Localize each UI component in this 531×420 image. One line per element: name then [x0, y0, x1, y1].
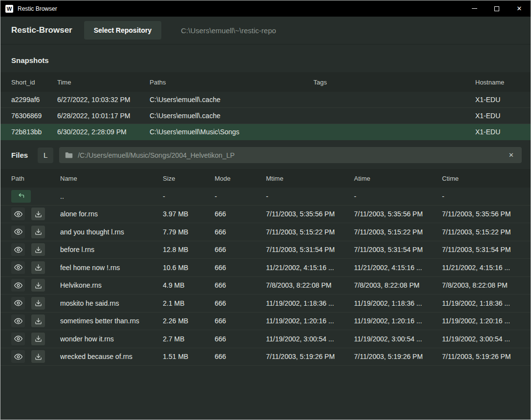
file-atime: 11/19/2002, 1:18:36 ...	[354, 299, 442, 307]
snapshot-short-id: a2299af6	[11, 96, 57, 104]
download-file-button[interactable]	[31, 279, 45, 292]
app-window: W Restic Browser ✕ Restic-Browser Select…	[0, 0, 531, 420]
snapshots-col-paths: Paths	[150, 79, 313, 86]
select-repository-button[interactable]: Select Repository	[84, 21, 161, 40]
files-col-mode: Mode	[215, 175, 266, 182]
window-title: Restic Browser	[18, 5, 57, 12]
snapshots-col-hostname: Hostname	[475, 79, 520, 86]
file-row: and you thought l.rns7.79 MB6667/11/2003…	[0, 223, 531, 241]
download-file-button[interactable]	[31, 315, 45, 327]
preview-file-button[interactable]	[11, 243, 25, 256]
file-atime: -	[354, 192, 442, 200]
file-mtime: 11/19/2002, 1:18:36 ...	[266, 299, 354, 307]
file-size: -	[163, 192, 215, 200]
file-size: 2.7 MB	[163, 335, 215, 343]
close-icon: ✕	[517, 5, 522, 12]
file-atime: 7/8/2003, 8:22:08 PM	[354, 281, 442, 289]
file-mtime: -	[266, 192, 354, 200]
preview-file-button[interactable]	[11, 315, 25, 327]
folder-icon	[65, 152, 73, 158]
file-mode: 666	[215, 299, 266, 307]
download-file-button[interactable]	[31, 243, 45, 256]
file-ctime: 11/21/2002, 4:15:16 ...	[442, 264, 520, 272]
app-title: Restic-Browser	[11, 25, 72, 35]
files-col-size: Size	[163, 175, 215, 182]
file-mtime: 11/19/2002, 1:20:16 ...	[266, 317, 354, 325]
file-mtime: 7/11/2003, 5:31:54 PM	[266, 246, 354, 253]
eye-icon	[14, 263, 22, 272]
download-file-button[interactable]	[31, 297, 45, 310]
titlebar: W Restic Browser ✕	[0, 0, 531, 17]
eye-icon	[14, 317, 22, 325]
snapshots-table-body: a2299af66/27/2022, 10:03:32 PMC:\Users\e…	[0, 92, 531, 140]
tree-view-toggle-button[interactable]: L	[38, 147, 53, 163]
preview-file-button[interactable]	[11, 279, 25, 292]
snapshot-row[interactable]: 72b813bb6/30/2022, 2:28:09 PMC:\Users\em…	[0, 124, 531, 140]
app-logo-icon: W	[5, 5, 13, 13]
download-file-button[interactable]	[31, 226, 45, 238]
file-name: before l.rns	[60, 246, 163, 253]
up-directory-button[interactable]	[11, 190, 31, 203]
file-size: 2.26 MB	[163, 317, 215, 325]
file-mode: 666	[215, 264, 266, 272]
up-arrow-icon	[17, 192, 25, 200]
snapshot-hostname: X1-EDU	[475, 112, 520, 120]
file-atime: 7/11/2003, 5:15:22 PM	[354, 228, 442, 236]
download-file-button[interactable]	[31, 261, 45, 274]
files-col-name: Name	[60, 175, 163, 182]
file-mode: 666	[215, 317, 266, 325]
download-icon	[35, 210, 42, 218]
preview-file-button[interactable]	[11, 226, 25, 238]
file-mode: -	[215, 192, 266, 200]
preview-file-button[interactable]	[11, 333, 25, 345]
snapshots-col-short-id: Short_id	[11, 79, 57, 86]
file-atime: 11/21/2002, 4:15:16 ...	[354, 264, 442, 272]
file-path-field[interactable]: /C:/Users/emuell/Music/Songs/2004_Helvet…	[59, 147, 522, 163]
file-name: wrecked because of.rns	[60, 353, 163, 360]
eye-icon	[14, 210, 22, 218]
preview-file-button[interactable]	[11, 297, 25, 310]
close-button[interactable]: ✕	[508, 0, 531, 17]
download-icon	[35, 246, 42, 253]
download-file-button[interactable]	[31, 208, 45, 220]
snapshot-short-id: 72b813bb	[11, 128, 57, 136]
file-name: sometimes better than.rns	[60, 317, 163, 325]
file-mode: 666	[215, 353, 266, 360]
preview-file-button[interactable]	[11, 208, 25, 220]
snapshots-col-tags: Tags	[313, 79, 475, 86]
eye-icon	[14, 353, 22, 361]
eye-icon	[14, 335, 22, 343]
file-name: wonder how it.rns	[60, 335, 163, 343]
snapshot-hostname: X1-EDU	[475, 128, 520, 136]
download-file-button[interactable]	[31, 350, 45, 363]
preview-file-button[interactable]	[11, 261, 25, 274]
file-atime: 7/11/2003, 5:19:26 PM	[354, 353, 442, 360]
snapshot-row[interactable]: a2299af66/27/2022, 10:03:32 PMC:\Users\e…	[0, 92, 531, 108]
file-ctime: 11/19/2002, 1:18:36 ...	[442, 299, 520, 307]
download-icon	[35, 264, 42, 271]
maximize-button[interactable]	[486, 0, 508, 17]
minimize-button[interactable]	[463, 0, 486, 17]
file-ctime: -	[442, 192, 520, 200]
file-size: 4.9 MB	[163, 281, 215, 289]
eye-icon	[14, 228, 22, 236]
files-col-path: Path	[11, 175, 60, 182]
snapshot-time: 6/28/2022, 10:01:17 PM	[57, 112, 150, 120]
download-icon	[35, 228, 42, 235]
preview-file-button[interactable]	[11, 350, 25, 363]
download-file-button[interactable]	[31, 333, 45, 345]
file-row: sometimes better than.rns2.26 MB66611/19…	[0, 313, 531, 331]
clear-path-button[interactable]: ✕	[507, 150, 516, 160]
file-mtime: 11/19/2002, 3:00:54 ...	[266, 335, 354, 343]
window-controls: ✕	[463, 0, 531, 17]
snapshot-paths: C:\Users\emuell\Music\Songs	[150, 128, 313, 136]
file-mode: 666	[215, 281, 266, 289]
file-size: 1.51 MB	[163, 353, 215, 360]
snapshot-time: 6/27/2022, 10:03:32 PM	[57, 96, 150, 104]
clear-x-icon: ✕	[509, 151, 514, 159]
file-row: before l.rns12.8 MB6667/11/2003, 5:31:54…	[0, 241, 531, 259]
file-mtime: 7/11/2003, 5:19:26 PM	[266, 353, 354, 360]
file-name: ..	[60, 192, 163, 200]
file-mtime: 7/11/2003, 5:15:22 PM	[266, 228, 354, 236]
snapshot-row[interactable]: 763068696/28/2022, 10:01:17 PMC:\Users\e…	[0, 108, 531, 124]
